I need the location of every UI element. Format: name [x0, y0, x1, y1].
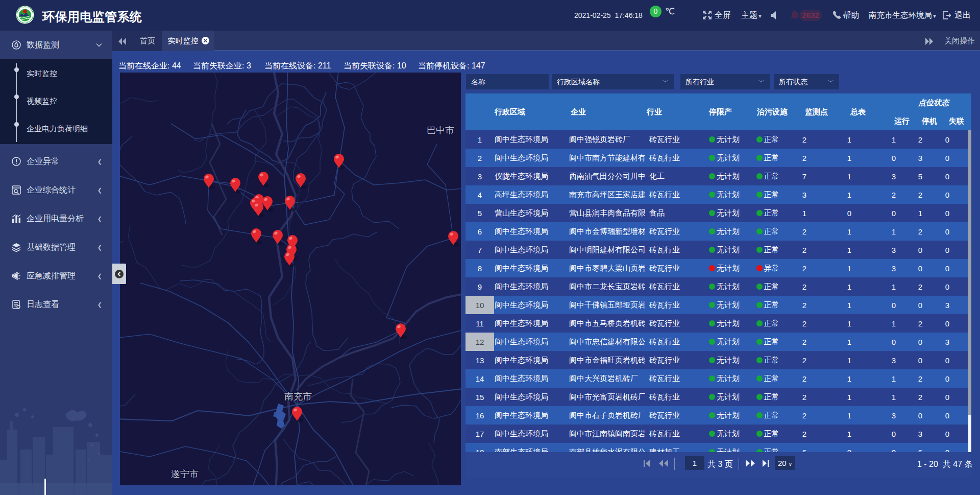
svg-text:遂宁市: 遂宁市 [171, 469, 199, 479]
svg-text:巴中市: 巴中市 [427, 125, 454, 135]
svg-text:南充市: 南充市 [284, 391, 312, 402]
svg-text:环保监管: 环保监管 [22, 20, 28, 22]
